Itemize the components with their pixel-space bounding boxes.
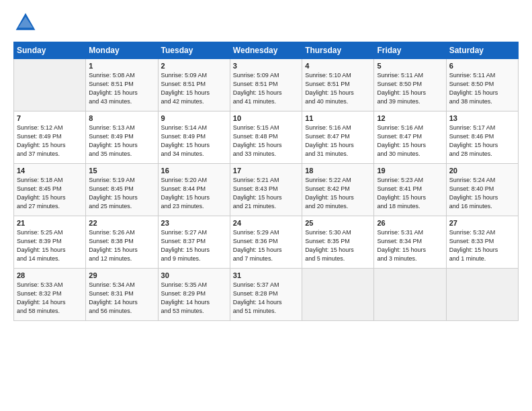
calendar-cell: 14Sunrise: 5:18 AM Sunset: 8:45 PM Dayli… bbox=[14, 164, 86, 216]
day-info: Sunrise: 5:10 AM Sunset: 8:51 PM Dayligh… bbox=[305, 71, 371, 106]
calendar-cell: 9Sunrise: 5:14 AM Sunset: 8:49 PM Daylig… bbox=[158, 111, 230, 164]
day-info: Sunrise: 5:13 AM Sunset: 8:49 PM Dayligh… bbox=[89, 124, 154, 158]
day-info: Sunrise: 5:15 AM Sunset: 8:48 PM Dayligh… bbox=[233, 124, 299, 158]
day-number: 4 bbox=[305, 62, 371, 70]
calendar-cell bbox=[14, 59, 86, 111]
day-info: Sunrise: 5:26 AM Sunset: 8:38 PM Dayligh… bbox=[89, 228, 154, 263]
day-number: 9 bbox=[161, 114, 227, 122]
day-info: Sunrise: 5:24 AM Sunset: 8:40 PM Dayligh… bbox=[449, 176, 515, 211]
day-info: Sunrise: 5:09 AM Sunset: 8:51 PM Dayligh… bbox=[233, 71, 299, 106]
day-header: Monday bbox=[86, 42, 158, 59]
day-info: Sunrise: 5:37 AM Sunset: 8:28 PM Dayligh… bbox=[233, 281, 299, 316]
calendar-cell: 19Sunrise: 5:23 AM Sunset: 8:41 PM Dayli… bbox=[374, 164, 446, 216]
logo-icon bbox=[13, 11, 38, 35]
day-info: Sunrise: 5:25 AM Sunset: 8:39 PM Dayligh… bbox=[17, 228, 83, 263]
day-info: Sunrise: 5:23 AM Sunset: 8:41 PM Dayligh… bbox=[377, 176, 443, 211]
day-info: Sunrise: 5:31 AM Sunset: 8:34 PM Dayligh… bbox=[377, 228, 443, 263]
calendar-cell: 10Sunrise: 5:15 AM Sunset: 8:48 PM Dayli… bbox=[230, 111, 302, 164]
calendar-week-row: 1Sunrise: 5:08 AM Sunset: 8:51 PM Daylig… bbox=[14, 59, 519, 111]
calendar-cell: 23Sunrise: 5:27 AM Sunset: 8:37 PM Dayli… bbox=[158, 216, 230, 269]
calendar-cell: 30Sunrise: 5:35 AM Sunset: 8:29 PM Dayli… bbox=[158, 269, 230, 321]
calendar-cell bbox=[302, 269, 374, 321]
day-info: Sunrise: 5:17 AM Sunset: 8:46 PM Dayligh… bbox=[449, 124, 515, 158]
day-number: 23 bbox=[161, 219, 227, 227]
calendar-cell: 5Sunrise: 5:11 AM Sunset: 8:50 PM Daylig… bbox=[374, 59, 446, 111]
day-number: 1 bbox=[89, 62, 154, 70]
calendar-cell: 31Sunrise: 5:37 AM Sunset: 8:28 PM Dayli… bbox=[230, 269, 302, 321]
day-number: 31 bbox=[233, 271, 299, 279]
day-info: Sunrise: 5:32 AM Sunset: 8:33 PM Dayligh… bbox=[449, 228, 515, 263]
calendar-cell bbox=[374, 269, 446, 321]
calendar-cell: 21Sunrise: 5:25 AM Sunset: 8:39 PM Dayli… bbox=[14, 216, 86, 269]
day-number: 10 bbox=[233, 114, 299, 122]
header bbox=[13, 11, 519, 35]
day-number: 19 bbox=[377, 167, 443, 175]
day-number: 16 bbox=[161, 167, 227, 175]
day-number: 30 bbox=[161, 271, 227, 279]
day-number: 20 bbox=[449, 167, 515, 175]
day-header: Sunday bbox=[14, 42, 86, 59]
calendar-cell: 13Sunrise: 5:17 AM Sunset: 8:46 PM Dayli… bbox=[446, 111, 518, 164]
day-header: Tuesday bbox=[158, 42, 230, 59]
calendar-cell: 2Sunrise: 5:09 AM Sunset: 8:51 PM Daylig… bbox=[158, 59, 230, 111]
day-info: Sunrise: 5:19 AM Sunset: 8:45 PM Dayligh… bbox=[89, 176, 154, 211]
day-number: 14 bbox=[17, 167, 83, 175]
day-number: 7 bbox=[17, 114, 83, 122]
calendar-cell bbox=[446, 269, 518, 321]
day-number: 2 bbox=[161, 62, 227, 70]
calendar-cell: 16Sunrise: 5:20 AM Sunset: 8:44 PM Dayli… bbox=[158, 164, 230, 216]
calendar-cell: 1Sunrise: 5:08 AM Sunset: 8:51 PM Daylig… bbox=[86, 59, 158, 111]
day-number: 26 bbox=[377, 219, 443, 227]
day-info: Sunrise: 5:08 AM Sunset: 8:51 PM Dayligh… bbox=[89, 71, 154, 106]
calendar-week-row: 14Sunrise: 5:18 AM Sunset: 8:45 PM Dayli… bbox=[14, 164, 519, 216]
day-number: 8 bbox=[89, 114, 154, 122]
day-number: 25 bbox=[305, 219, 371, 227]
calendar-table: SundayMondayTuesdayWednesdayThursdayFrid… bbox=[13, 42, 519, 321]
day-info: Sunrise: 5:34 AM Sunset: 8:31 PM Dayligh… bbox=[89, 281, 154, 316]
calendar-week-row: 7Sunrise: 5:12 AM Sunset: 8:49 PM Daylig… bbox=[14, 111, 519, 164]
day-number: 21 bbox=[17, 219, 83, 227]
header-row: SundayMondayTuesdayWednesdayThursdayFrid… bbox=[14, 42, 519, 59]
day-number: 15 bbox=[89, 167, 154, 175]
calendar-cell: 7Sunrise: 5:12 AM Sunset: 8:49 PM Daylig… bbox=[14, 111, 86, 164]
calendar-cell: 8Sunrise: 5:13 AM Sunset: 8:49 PM Daylig… bbox=[86, 111, 158, 164]
day-number: 12 bbox=[377, 114, 443, 122]
day-info: Sunrise: 5:30 AM Sunset: 8:35 PM Dayligh… bbox=[305, 228, 371, 263]
calendar-cell: 18Sunrise: 5:22 AM Sunset: 8:42 PM Dayli… bbox=[302, 164, 374, 216]
calendar-cell: 17Sunrise: 5:21 AM Sunset: 8:43 PM Dayli… bbox=[230, 164, 302, 216]
day-info: Sunrise: 5:11 AM Sunset: 8:50 PM Dayligh… bbox=[377, 71, 443, 106]
day-header: Saturday bbox=[446, 42, 518, 59]
calendar-cell: 24Sunrise: 5:29 AM Sunset: 8:36 PM Dayli… bbox=[230, 216, 302, 269]
calendar-cell: 28Sunrise: 5:33 AM Sunset: 8:32 PM Dayli… bbox=[14, 269, 86, 321]
day-number: 6 bbox=[449, 62, 515, 70]
day-number: 18 bbox=[305, 167, 371, 175]
calendar-cell: 4Sunrise: 5:10 AM Sunset: 8:51 PM Daylig… bbox=[302, 59, 374, 111]
day-header: Thursday bbox=[302, 42, 374, 59]
logo bbox=[13, 11, 42, 35]
day-info: Sunrise: 5:29 AM Sunset: 8:36 PM Dayligh… bbox=[233, 228, 299, 263]
day-number: 3 bbox=[233, 62, 299, 70]
day-number: 28 bbox=[17, 271, 83, 279]
day-info: Sunrise: 5:12 AM Sunset: 8:49 PM Dayligh… bbox=[17, 124, 83, 158]
day-header: Wednesday bbox=[230, 42, 302, 59]
calendar-week-row: 21Sunrise: 5:25 AM Sunset: 8:39 PM Dayli… bbox=[14, 216, 519, 269]
day-info: Sunrise: 5:27 AM Sunset: 8:37 PM Dayligh… bbox=[161, 228, 227, 263]
calendar-cell: 26Sunrise: 5:31 AM Sunset: 8:34 PM Dayli… bbox=[374, 216, 446, 269]
day-number: 27 bbox=[449, 219, 515, 227]
day-info: Sunrise: 5:22 AM Sunset: 8:42 PM Dayligh… bbox=[305, 176, 371, 211]
calendar-cell: 27Sunrise: 5:32 AM Sunset: 8:33 PM Dayli… bbox=[446, 216, 518, 269]
day-number: 24 bbox=[233, 219, 299, 227]
calendar-cell: 15Sunrise: 5:19 AM Sunset: 8:45 PM Dayli… bbox=[86, 164, 158, 216]
day-info: Sunrise: 5:16 AM Sunset: 8:47 PM Dayligh… bbox=[377, 124, 443, 158]
day-header: Friday bbox=[374, 42, 446, 59]
day-info: Sunrise: 5:18 AM Sunset: 8:45 PM Dayligh… bbox=[17, 176, 83, 211]
day-info: Sunrise: 5:21 AM Sunset: 8:43 PM Dayligh… bbox=[233, 176, 299, 211]
day-number: 11 bbox=[305, 114, 371, 122]
day-number: 22 bbox=[89, 219, 154, 227]
day-info: Sunrise: 5:35 AM Sunset: 8:29 PM Dayligh… bbox=[161, 281, 227, 316]
calendar-cell: 20Sunrise: 5:24 AM Sunset: 8:40 PM Dayli… bbox=[446, 164, 518, 216]
day-info: Sunrise: 5:20 AM Sunset: 8:44 PM Dayligh… bbox=[161, 176, 227, 211]
day-info: Sunrise: 5:11 AM Sunset: 8:50 PM Dayligh… bbox=[449, 71, 515, 106]
calendar-cell: 11Sunrise: 5:16 AM Sunset: 8:47 PM Dayli… bbox=[302, 111, 374, 164]
day-number: 29 bbox=[89, 271, 154, 279]
